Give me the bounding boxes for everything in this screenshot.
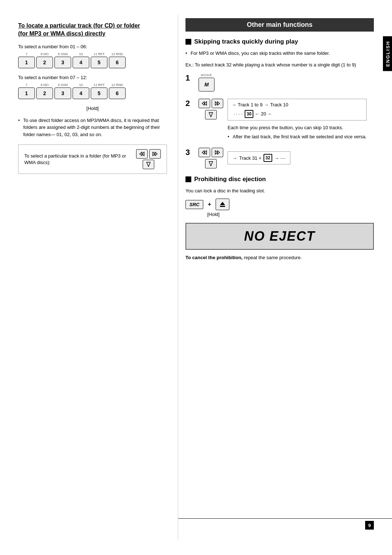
cancel-bold: To cancel the prohibition, bbox=[185, 255, 242, 260]
num-btn-3[interactable]: 3 bbox=[54, 57, 71, 68]
page-container: To locate a particular track (for CD) or… bbox=[0, 0, 392, 555]
track-diagram-step2: → Track 1 to 9 → Track 10 ···· 30 ← 20 ← bbox=[228, 99, 367, 140]
eject-button[interactable] bbox=[216, 199, 229, 210]
svg-marker-12 bbox=[215, 151, 217, 154]
btn-group-3: 9 SSM 3 bbox=[54, 52, 71, 68]
prohibit-header: Prohibiting disc ejection bbox=[185, 176, 374, 183]
num-btn-1[interactable]: 1 bbox=[18, 57, 35, 68]
mode-button-wrap: MODE M bbox=[199, 73, 215, 91]
svg-marker-6 bbox=[204, 102, 207, 105]
num-btn-4[interactable]: 4 bbox=[73, 57, 89, 68]
num-btn-row2-1[interactable]: 1 bbox=[18, 87, 35, 99]
num-btn-row2-2[interactable]: 2 bbox=[36, 87, 53, 99]
track31-box: → Track 31 + 32 → ···· bbox=[228, 151, 290, 164]
skip-header-icon bbox=[185, 39, 191, 45]
btn-group-6: 12 RND 6 bbox=[109, 52, 126, 68]
skip-header: Skipping tracks quickly during play bbox=[185, 38, 374, 45]
no-eject-box: NO EJECT bbox=[185, 223, 374, 250]
btn-group-5: 11 RPT 5 bbox=[91, 52, 107, 68]
step-3: 3 → Tra bbox=[185, 148, 374, 168]
mode-label: MODE bbox=[201, 73, 212, 77]
left-column: To locate a particular track (for CD) or… bbox=[0, 15, 178, 540]
btn-group-1: 7 1 bbox=[18, 52, 35, 68]
svg-marker-11 bbox=[204, 151, 207, 154]
num-btn-2[interactable]: 2 bbox=[36, 57, 53, 68]
nav-btn-step2-next[interactable] bbox=[212, 99, 223, 108]
page-number: 9 bbox=[365, 521, 374, 530]
folder-box-text: To select a particular track in a folder… bbox=[24, 153, 132, 166]
step2-sub: After the last track, the first track wi… bbox=[228, 133, 367, 140]
src-button[interactable]: SRC bbox=[185, 200, 203, 209]
right-column: ENGLISH Other main functions Skipping tr… bbox=[178, 15, 392, 540]
folder-box: To select a particular track in a folder… bbox=[18, 144, 167, 174]
step-3-num: 3 bbox=[185, 148, 193, 156]
nav-cluster-folder bbox=[136, 149, 161, 169]
step-2-num: 2 bbox=[185, 99, 193, 107]
nav-btn-next[interactable] bbox=[149, 149, 161, 159]
nav-cluster-step3 bbox=[199, 148, 223, 168]
num-btn-row2-5[interactable]: 5 bbox=[91, 87, 107, 99]
nav-btn-step3-down[interactable] bbox=[205, 159, 217, 168]
step-2: 2 bbox=[185, 99, 374, 140]
track31-text: Track 31 + bbox=[239, 155, 261, 161]
hold-label: [Hold] bbox=[18, 106, 167, 111]
step-1-content: MODE M bbox=[199, 73, 374, 91]
hold-label-disc: [Hold] bbox=[185, 212, 374, 217]
select-label-07-12: To select a number from 07 – 12: bbox=[18, 75, 167, 80]
svg-marker-1 bbox=[142, 152, 144, 156]
track-box-step2: → Track 1 to 9 → Track 10 ···· 30 ← 20 ← bbox=[228, 99, 367, 121]
bottom-line bbox=[178, 518, 392, 519]
track-32-badge: 32 bbox=[264, 154, 272, 162]
btn-group-2: 8 MO 2 bbox=[36, 52, 53, 68]
svg-marker-15 bbox=[220, 202, 225, 205]
disc-controls: SRC + bbox=[185, 199, 374, 210]
num-btn-row2-4[interactable]: 4 bbox=[73, 87, 89, 99]
nav-cluster-step2 bbox=[199, 99, 223, 119]
num-buttons-row2: 7 1 8 MO 2 9 SSM 3 10 4 11 RPT 5 12 RND … bbox=[18, 83, 167, 99]
step-1-num: 1 bbox=[185, 73, 193, 82]
prohibit-header-icon bbox=[185, 176, 191, 182]
step-1: 1 MODE M bbox=[185, 73, 374, 91]
nav-btn-step2-down[interactable] bbox=[205, 110, 217, 119]
prohibit-desc: You can lock a disc in the loading slot. bbox=[185, 187, 374, 195]
ex-text: Ex.: To select track 32 while playing a … bbox=[185, 61, 374, 69]
nav-btn-step3-prev[interactable] bbox=[199, 148, 210, 157]
num-btn-6[interactable]: 6 bbox=[109, 57, 126, 68]
num-btn-row2-3[interactable]: 3 bbox=[54, 87, 71, 99]
select-label-01-06: To select a number from 01 – 06: bbox=[18, 44, 167, 49]
no-eject-text: NO EJECT bbox=[244, 229, 315, 244]
cancel-rest: repeat the same procedure. bbox=[242, 255, 302, 260]
bullet-text-1: To use direct folder access on MP3/WMA d… bbox=[18, 117, 167, 138]
num-buttons-row1: 7 1 8 MO 2 9 SSM 3 10 4 11 RPT 5 12 RND … bbox=[18, 52, 167, 68]
section-header: Other main functions bbox=[185, 18, 374, 32]
svg-marker-14 bbox=[209, 162, 213, 166]
plus-sign: + bbox=[208, 201, 211, 208]
nav-btn-step2-prev[interactable] bbox=[199, 99, 210, 108]
nav-btn-down[interactable] bbox=[143, 160, 154, 169]
svg-marker-2 bbox=[153, 152, 155, 156]
disc-section: Prohibiting disc ejection You can lock a… bbox=[185, 176, 374, 261]
mode-button[interactable]: M bbox=[199, 78, 215, 91]
step2-desc: Each time you press the button, you can … bbox=[228, 124, 367, 131]
svg-rect-16 bbox=[220, 206, 225, 207]
nav-btn-prev[interactable] bbox=[136, 149, 148, 159]
skip-bullet: For MP3 or WMA discs, you can skip track… bbox=[185, 50, 374, 57]
english-tab: ENGLISH bbox=[383, 36, 392, 71]
left-title: To locate a particular track (for CD) or… bbox=[18, 22, 167, 38]
svg-marker-9 bbox=[209, 113, 213, 117]
track-30-badge: 30 bbox=[245, 110, 253, 118]
cancel-text: To cancel the prohibition, repeat the sa… bbox=[185, 254, 374, 261]
svg-marker-7 bbox=[215, 102, 217, 105]
nav-btn-step3-next[interactable] bbox=[212, 148, 223, 157]
num-btn-row2-6[interactable]: 6 bbox=[109, 87, 126, 99]
num-btn-5[interactable]: 5 bbox=[91, 57, 107, 68]
svg-marker-4 bbox=[147, 162, 150, 167]
btn-group-4: 10 4 bbox=[73, 52, 89, 68]
